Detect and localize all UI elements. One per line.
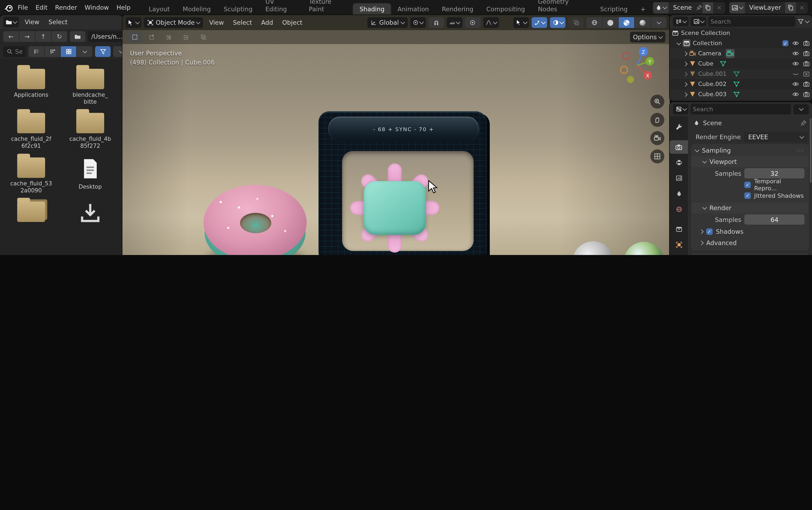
tab-object[interactable] xyxy=(670,238,688,252)
render-visibility-icon[interactable] xyxy=(803,91,810,98)
show-gizmo-dropdown[interactable] xyxy=(513,17,529,28)
shading-rendered-button[interactable] xyxy=(635,17,650,28)
jittered-shadows-checkbox[interactable]: ✓ xyxy=(745,192,751,199)
new-viewlayer-button[interactable] xyxy=(785,2,796,13)
file-item[interactable]: Desktop xyxy=(64,151,116,194)
tab-scripting[interactable]: Scripting xyxy=(594,3,634,15)
file-item[interactable]: cache_fluid_2f6f2c91 xyxy=(5,107,57,150)
tab-render[interactable] xyxy=(670,140,688,154)
outliner-row-collection[interactable]: Collection ✓ xyxy=(670,38,812,48)
view-menu[interactable]: View xyxy=(206,18,227,27)
advanced-label[interactable]: Advanced xyxy=(706,239,737,247)
nav-forward-button[interactable]: → xyxy=(19,31,35,42)
options-dropdown[interactable]: Options xyxy=(630,32,665,42)
tab-scene[interactable] xyxy=(670,187,688,200)
tab-texture-paint[interactable]: Texture Paint xyxy=(302,0,353,15)
viewlayer-selector[interactable]: ViewLayer × xyxy=(729,2,808,13)
tab-modeling[interactable]: Modeling xyxy=(176,3,217,15)
tab-view-layer[interactable] xyxy=(670,171,688,185)
file-item[interactable]: blendcache_bitte xyxy=(64,62,116,106)
render-visibility-icon[interactable] xyxy=(803,40,810,47)
expand-icon[interactable] xyxy=(683,61,688,66)
subpanel-render-header[interactable]: Render xyxy=(691,203,809,214)
tab-output[interactable] xyxy=(670,156,688,169)
pan-button[interactable] xyxy=(650,113,664,127)
unlink-scene-button[interactable]: × xyxy=(714,4,725,11)
viewlayer-name[interactable]: ViewLayer xyxy=(745,4,785,11)
render-visibility-icon[interactable] xyxy=(803,81,810,88)
collection-checkbox[interactable]: ✓ xyxy=(782,40,788,46)
scene-name[interactable]: Scene xyxy=(669,4,696,11)
select-box-tool[interactable] xyxy=(127,32,142,42)
pin-icon[interactable] xyxy=(696,4,703,11)
file-path-field[interactable]: /Users/n... xyxy=(88,31,122,42)
hide-eye-icon[interactable] xyxy=(792,50,799,57)
phone-frame-object[interactable]: - 68 + SYNC - 70 + xyxy=(319,111,492,255)
snap-settings-dropdown[interactable] xyxy=(447,17,462,28)
outliner-row-scene-collection[interactable]: Scene Collection xyxy=(670,28,812,38)
render-samples-field[interactable]: 64 xyxy=(745,215,805,225)
add-workspace-button[interactable]: + xyxy=(634,3,652,15)
scene-selector[interactable]: Scene × xyxy=(653,2,725,13)
gizmos-toggle[interactable] xyxy=(532,17,547,28)
pin-icon[interactable] xyxy=(800,120,807,126)
proportional-falloff-dropdown[interactable] xyxy=(483,17,499,28)
breadcrumb[interactable]: Scene xyxy=(703,119,722,127)
editor-type-properties[interactable] xyxy=(673,104,689,114)
outliner-search-input[interactable] xyxy=(709,16,795,27)
hide-eye-icon[interactable] xyxy=(792,40,799,47)
outliner-row-cube-001[interactable]: Cube.001 xyxy=(670,69,812,79)
select-mode-new[interactable] xyxy=(144,32,159,42)
tab-rendering[interactable]: Rendering xyxy=(435,3,480,15)
camera-view-button[interactable] xyxy=(650,131,664,145)
editor-type-outliner[interactable] xyxy=(673,17,689,26)
properties-options-dropdown[interactable] xyxy=(793,104,809,114)
shading-wireframe-button[interactable] xyxy=(587,17,602,28)
mode-dropdown[interactable]: Object Mode xyxy=(144,17,203,28)
display-horizontal-list-button[interactable] xyxy=(45,46,60,57)
file-item[interactable]: cache_fluid_4b85f272 xyxy=(64,107,116,150)
filter-settings-dropdown[interactable] xyxy=(114,46,122,57)
refresh-button[interactable]: ↻ xyxy=(52,31,67,42)
shading-dropdown[interactable] xyxy=(651,17,666,28)
shadows-label[interactable]: Shadows xyxy=(716,228,744,235)
menu-render[interactable]: Render xyxy=(52,3,80,12)
file-search-input[interactable]: Se xyxy=(3,46,26,57)
perspective-toggle-button[interactable] xyxy=(650,149,664,163)
add-menu[interactable]: Add xyxy=(258,18,276,27)
outliner-display-mode-dropdown[interactable] xyxy=(691,17,706,26)
viewport-3d[interactable]: - 68 + SYNC - 70 + xyxy=(122,15,670,255)
filter-toggle-button[interactable] xyxy=(95,46,111,57)
shading-solid-button[interactable] xyxy=(603,17,618,28)
expand-icon[interactable] xyxy=(683,82,688,87)
tab-animation[interactable]: Animation xyxy=(391,3,435,15)
file-item[interactable]: Applications xyxy=(5,62,57,106)
subpanel-viewport-header[interactable]: Viewport xyxy=(691,157,809,167)
viewlayer-icon[interactable] xyxy=(729,2,745,13)
select-mode-subtract[interactable] xyxy=(178,32,194,42)
shadows-checkbox[interactable]: ✓ xyxy=(706,228,713,234)
tab-world[interactable] xyxy=(670,203,688,216)
outliner-row-cube-003[interactable]: Cube.003 xyxy=(670,89,812,100)
new-scene-button[interactable] xyxy=(703,2,714,13)
nav-up-button[interactable]: ↑ xyxy=(35,31,51,42)
blender-logo-icon[interactable] xyxy=(4,3,13,12)
hide-eye-icon[interactable] xyxy=(792,91,799,98)
mesh-data-icon[interactable] xyxy=(733,70,740,77)
object-menu[interactable]: Object xyxy=(279,18,306,27)
tab-tool[interactable] xyxy=(670,120,688,134)
create-directory-button[interactable] xyxy=(70,31,85,42)
menu-edit[interactable]: Edit xyxy=(32,3,51,12)
hidden-eye-icon[interactable] xyxy=(792,70,799,77)
mesh-data-icon[interactable] xyxy=(733,81,740,88)
render-engine-dropdown[interactable]: EEVEE xyxy=(744,132,808,142)
tab-shading[interactable]: Shading xyxy=(353,3,391,15)
file-menu-view[interactable]: View xyxy=(22,18,43,26)
render-visibility-icon[interactable] xyxy=(803,60,810,67)
render-visibility-icon[interactable] xyxy=(803,50,810,57)
display-settings-dropdown[interactable] xyxy=(77,46,93,57)
display-vertical-list-button[interactable] xyxy=(29,46,44,57)
expand-icon[interactable] xyxy=(683,51,688,56)
hide-eye-icon[interactable] xyxy=(792,60,799,67)
viewport-samples-field[interactable]: 32 xyxy=(745,168,805,178)
